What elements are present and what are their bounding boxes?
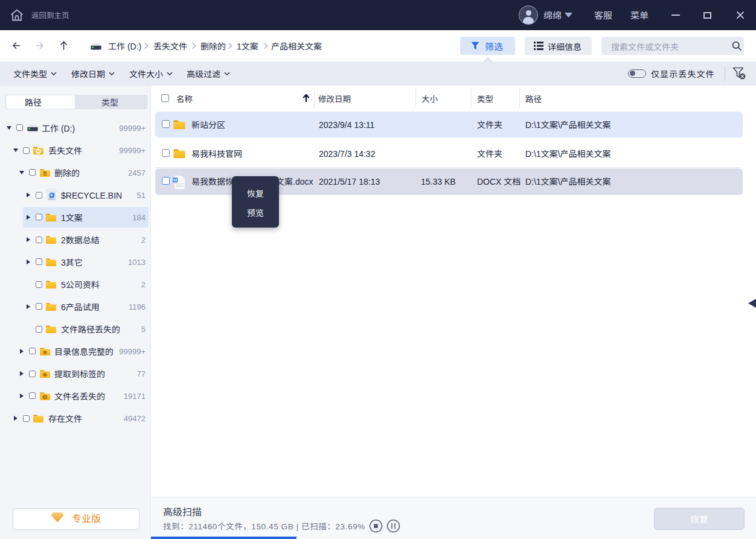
svg-text:?: ? [43,394,46,400]
